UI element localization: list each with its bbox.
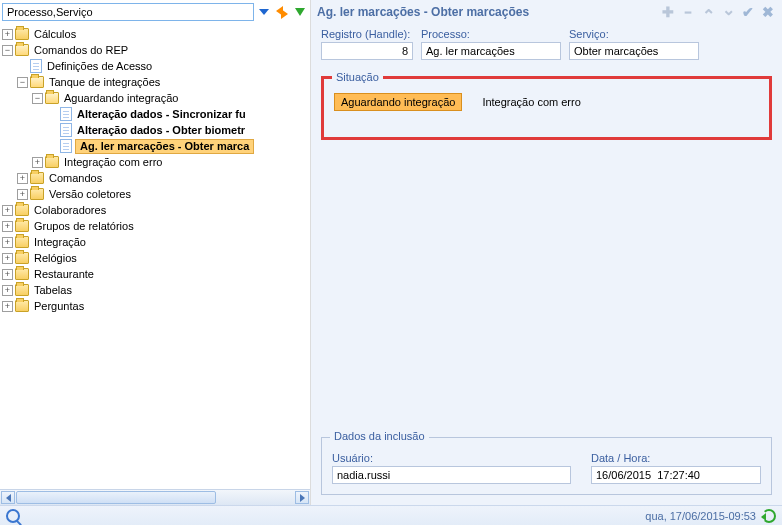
tree-item-def-acesso[interactable]: Definições de Acesso: [2, 58, 310, 74]
add-icon[interactable]: [660, 4, 676, 20]
folder-open-icon: [45, 92, 59, 104]
scroll-thumb[interactable]: [16, 491, 216, 504]
registro-label: Registro (Handle):: [321, 28, 413, 40]
horizontal-scrollbar[interactable]: [0, 489, 310, 505]
tree-label: Grupos de relatórios: [32, 218, 136, 234]
expand-icon[interactable]: +: [32, 157, 43, 168]
folder-icon: [15, 236, 29, 248]
data-input[interactable]: [591, 466, 761, 484]
tree-item-restaurante[interactable]: +Restaurante: [2, 266, 310, 282]
tree-item-aguardando[interactable]: −Aguardando integração: [2, 90, 310, 106]
expand-icon[interactable]: +: [2, 205, 13, 216]
tree-item-relogios[interactable]: +Relógios: [2, 250, 310, 266]
expand-icon[interactable]: +: [2, 301, 13, 312]
tree-label: Integração: [32, 234, 88, 250]
expand-icon[interactable]: +: [17, 173, 28, 184]
folder-icon: [30, 172, 44, 184]
tree-item-alt-sinc[interactable]: Alteração dados - Sincronizar fu: [2, 106, 310, 122]
usuario-input[interactable]: [332, 466, 571, 484]
folder-open-icon: [15, 44, 29, 56]
dropdown-icon[interactable]: [256, 4, 272, 20]
registro-input[interactable]: [321, 42, 413, 60]
status-bar: qua, 17/06/2015-09:53: [0, 505, 782, 525]
tree-item-colaboradores[interactable]: +Colaboradores: [2, 202, 310, 218]
tree-item-comandos[interactable]: +Comandos: [2, 170, 310, 186]
situacao-group: Situação Aguardando integração Integraçã…: [321, 76, 772, 140]
servico-label: Serviço:: [569, 28, 699, 40]
tree-item-ag-ler[interactable]: Ag. ler marcações - Obter marca: [2, 138, 310, 154]
tree-label: Versão coletores: [47, 186, 133, 202]
servico-input[interactable]: [569, 42, 699, 60]
expand-icon[interactable]: +: [2, 29, 13, 40]
tree-label: Perguntas: [32, 298, 86, 314]
folder-icon: [15, 204, 29, 216]
tree-label: Restaurante: [32, 266, 96, 282]
collapse-icon[interactable]: −: [17, 77, 28, 88]
tree-label: Colaboradores: [32, 202, 108, 218]
scroll-left-button[interactable]: [1, 491, 15, 504]
status-erro-label[interactable]: Integração com erro: [482, 96, 580, 108]
refresh-icon[interactable]: [762, 509, 776, 523]
search-bar: [0, 0, 310, 24]
expand-icon[interactable]: +: [2, 253, 13, 264]
confirm-icon[interactable]: [740, 4, 756, 20]
chevron-up-icon[interactable]: [700, 4, 716, 20]
data-label: Data / Hora:: [591, 452, 761, 464]
tree-label: Cálculos: [32, 26, 78, 42]
folder-icon: [15, 300, 29, 312]
expand-icon[interactable]: +: [2, 269, 13, 280]
document-icon: [60, 139, 72, 153]
document-icon: [60, 107, 72, 121]
collapse-icon[interactable]: −: [2, 45, 13, 56]
tree-item-grupos[interactable]: +Grupos de relatórios: [2, 218, 310, 234]
navigation-tree: +Cálculos −Comandos do REP Definições de…: [0, 24, 310, 489]
tree-label-selected: Ag. ler marcações - Obter marca: [75, 139, 254, 154]
cancel-icon[interactable]: [760, 4, 776, 20]
document-icon: [30, 59, 42, 73]
folder-icon: [15, 220, 29, 232]
download-icon[interactable]: [292, 4, 308, 20]
tree-item-tabelas[interactable]: +Tabelas: [2, 282, 310, 298]
tree-label: Definições de Acesso: [45, 58, 154, 74]
tree-label: Alteração dados - Obter biometr: [75, 122, 247, 138]
expand-icon[interactable]: +: [2, 221, 13, 232]
tree-item-alt-bio[interactable]: Alteração dados - Obter biometr: [2, 122, 310, 138]
folder-icon: [15, 252, 29, 264]
field-row-top: Registro (Handle): Processo: Serviço:: [321, 28, 772, 60]
folder-open-icon: [30, 76, 44, 88]
search-input[interactable]: [2, 3, 254, 21]
tree-item-perguntas[interactable]: +Perguntas: [2, 298, 310, 314]
situacao-title: Situação: [332, 71, 383, 83]
page-title: Ag. ler marcações - Obter marcações: [317, 5, 656, 19]
tree-item-int-erro[interactable]: +Integração com erro: [2, 154, 310, 170]
tree-label: Relógios: [32, 250, 79, 266]
tree-item-comandos-rep[interactable]: −Comandos do REP: [2, 42, 310, 58]
status-datetime: qua, 17/06/2015-09:53: [645, 510, 756, 522]
folder-icon: [45, 156, 59, 168]
tree-label: Tanque de integrações: [47, 74, 162, 90]
expand-icon[interactable]: +: [2, 237, 13, 248]
remove-icon[interactable]: [680, 4, 696, 20]
search-icon[interactable]: [6, 509, 20, 523]
inclusao-group: Dados da inclusão Usuário: Data / Hora:: [321, 437, 772, 495]
inclusao-title: Dados da inclusão: [330, 430, 429, 442]
tree-item-calculos[interactable]: +Cálculos: [2, 26, 310, 42]
detail-panel: Ag. ler marcações - Obter marcações Regi…: [311, 0, 782, 505]
usuario-label: Usuário:: [332, 452, 571, 464]
processo-input[interactable]: [421, 42, 561, 60]
expand-icon[interactable]: +: [17, 189, 28, 200]
left-sidebar: +Cálculos −Comandos do REP Definições de…: [0, 0, 311, 505]
folder-icon: [30, 188, 44, 200]
chevron-down-icon[interactable]: [720, 4, 736, 20]
scroll-right-button[interactable]: [295, 491, 309, 504]
tree-item-versao[interactable]: +Versão coletores: [2, 186, 310, 202]
expand-icon[interactable]: +: [2, 285, 13, 296]
folder-icon: [15, 268, 29, 280]
swap-icon[interactable]: [274, 4, 290, 20]
tree-item-integracao[interactable]: +Integração: [2, 234, 310, 250]
collapse-icon[interactable]: −: [32, 93, 43, 104]
folder-icon: [15, 28, 29, 40]
status-aguardando-chip[interactable]: Aguardando integração: [334, 93, 462, 111]
tree-item-tanque[interactable]: −Tanque de integrações: [2, 74, 310, 90]
tree-label: Integração com erro: [62, 154, 164, 170]
